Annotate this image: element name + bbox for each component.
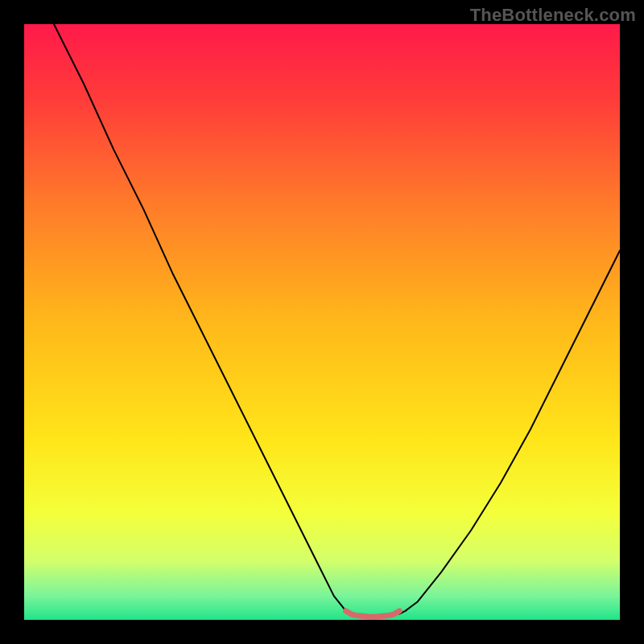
plot-area: [24, 24, 620, 620]
chart-background: [24, 24, 620, 620]
chart-frame: TheBottleneck.com: [0, 0, 644, 644]
watermark-text: TheBottleneck.com: [470, 5, 636, 26]
chart-svg: [24, 24, 620, 620]
